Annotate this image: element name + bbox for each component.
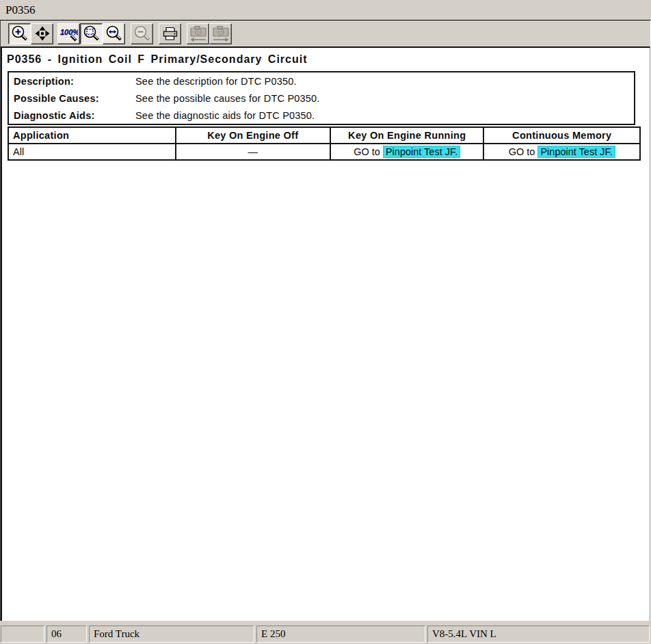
column-header-continuous-memory: Continuous Memory (483, 127, 640, 144)
go-to-text: GO to (354, 146, 383, 157)
svg-text:100%: 100% (60, 28, 78, 36)
cell-key-on-engine-off: — (176, 144, 330, 160)
column-header-key-on-engine-off: Key On Engine Off (176, 127, 330, 144)
window-title: P0356 (0, 0, 651, 20)
status-bar: 06 Ford Truck E 250 V8-5.4L VIN L (0, 623, 651, 644)
info-label: Diagnostic Aids: (9, 110, 135, 121)
dtc-application-table: Application Key On Engine Off Key On Eng… (8, 126, 641, 161)
zoom-in-button[interactable] (8, 23, 31, 44)
zoom-100-icon: 100% (60, 25, 78, 42)
status-panel-year: 06 (46, 626, 87, 643)
info-value: See the possible causes for DTC P0350. (135, 93, 320, 104)
info-row-description: Description: See the description for DTC… (9, 72, 634, 90)
status-panel-empty (1, 626, 44, 643)
zoom-out-button (131, 23, 153, 44)
fit-width-icon (105, 25, 123, 42)
print-icon (161, 25, 179, 42)
pinpoint-test-jf-link[interactable]: Pinpoint Test JF. (537, 146, 615, 158)
info-row-diagnostic-aids: Diagnostic Aids: See the diagnostic aids… (9, 107, 634, 124)
camera-right-arrow-icon (211, 24, 230, 43)
cell-continuous-memory: GO to Pinpoint Test JF. (483, 144, 640, 160)
pan-button[interactable] (31, 23, 53, 44)
previous-image-button (187, 23, 209, 44)
next-image-button (209, 23, 232, 44)
status-panel-make: Ford Truck (89, 626, 254, 643)
status-panel-model: E 250 (256, 626, 425, 643)
cell-key-on-engine-running: GO to Pinpoint Test JF. (330, 144, 483, 160)
viewer-panel: 100% (0, 20, 651, 621)
fit-page-icon (83, 25, 101, 42)
column-header-key-on-engine-running: Key On Engine Running (330, 127, 483, 144)
toolbar: 100% (1, 21, 650, 46)
table-row: All — GO to Pinpoint Test JF. GO to Pinp… (8, 144, 640, 160)
column-header-application: Application (8, 127, 176, 144)
dtc-info-table: Description: See the description for DTC… (8, 71, 635, 125)
zoom-in-icon (11, 25, 29, 42)
zoom-out-icon (133, 25, 151, 42)
pan-icon (34, 25, 51, 42)
document-viewport[interactable]: P0356 - Ignition Coil F Primary/Secondar… (1, 46, 650, 621)
status-panel-engine: V8-5.4L VIN L (427, 626, 650, 643)
table-header-row: Application Key On Engine Off Key On Eng… (8, 127, 640, 144)
info-label: Description: (9, 76, 135, 87)
info-label: Possible Causes: (9, 93, 135, 104)
fit-width-button[interactable] (103, 23, 125, 44)
go-to-text: GO to (509, 146, 538, 157)
document-heading: P0356 - Ignition Coil F Primary/Secondar… (7, 53, 650, 66)
camera-left-arrow-icon (189, 24, 208, 43)
info-value: See the diagnostic aids for DTC P0350. (135, 110, 315, 121)
info-row-possible-causes: Possible Causes: See the possible causes… (9, 90, 634, 107)
zoom-100-button[interactable]: 100% (57, 23, 80, 44)
fit-page-button[interactable] (80, 23, 103, 44)
pinpoint-test-jf-link[interactable]: Pinpoint Test JF. (383, 146, 460, 158)
cell-application: All (8, 144, 176, 160)
print-button[interactable] (159, 23, 181, 44)
info-value: See the description for DTC P0350. (135, 76, 297, 87)
